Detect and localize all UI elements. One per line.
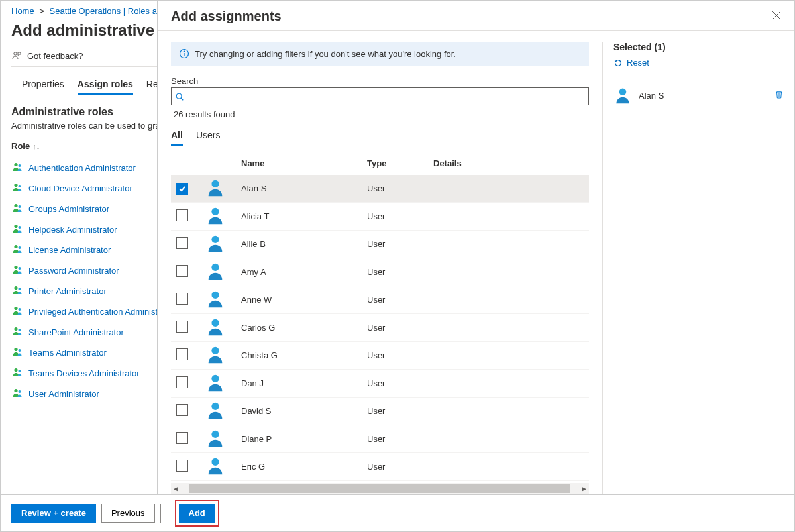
user-row[interactable]: David SUser — [171, 398, 589, 425]
user-row[interactable]: Amy AUser — [171, 258, 589, 286]
user-checkbox[interactable] — [176, 460, 188, 472]
role-link[interactable]: Teams Devices Administrator — [28, 368, 140, 378]
add-button[interactable]: Add — [179, 504, 215, 523]
user-row[interactable]: Christa GUser — [171, 342, 589, 370]
tab-assign-roles[interactable]: Assign roles — [78, 74, 133, 95]
role-link[interactable]: Privileged Authentication Administ — [28, 307, 158, 317]
svg-point-15 — [14, 307, 17, 310]
role-link[interactable]: Groups Administrator — [28, 204, 109, 214]
user-checkbox[interactable] — [176, 183, 188, 195]
user-checkbox[interactable] — [176, 432, 188, 444]
close-panel-button[interactable] — [772, 11, 781, 23]
scroll-right-icon[interactable]: ► — [580, 484, 589, 493]
svg-point-8 — [19, 226, 21, 229]
col-name-header[interactable]: Name — [241, 158, 367, 168]
col-details-header[interactable]: Details — [433, 158, 584, 168]
reset-button[interactable]: Reset — [613, 58, 784, 68]
role-link[interactable]: Cloud Device Administrator — [28, 184, 132, 193]
svg-point-12 — [19, 267, 21, 270]
user-row[interactable]: Alicia TUser — [171, 203, 589, 231]
person-icon — [205, 456, 225, 476]
svg-point-38 — [211, 403, 219, 410]
remove-selected-button[interactable] — [774, 90, 784, 101]
user-checkbox[interactable] — [176, 404, 188, 416]
user-type: User — [367, 323, 433, 333]
svg-line-29 — [181, 98, 183, 100]
svg-point-23 — [14, 389, 17, 392]
svg-point-39 — [211, 431, 219, 438]
bottom-bar: Review + create Previous Add — [1, 494, 794, 531]
panel-tab-all[interactable]: All — [171, 126, 183, 146]
role-link[interactable]: SharePoint Administrator — [28, 327, 124, 337]
user-type: User — [367, 295, 433, 305]
check-icon — [178, 185, 186, 193]
user-name: Anne W — [241, 295, 367, 305]
user-row[interactable]: Dan JUser — [171, 370, 589, 398]
svg-point-36 — [211, 347, 219, 354]
role-link[interactable]: Authentication Administrator — [28, 163, 136, 173]
user-name: Carlos G — [241, 323, 367, 333]
user-name: Allie B — [241, 239, 367, 249]
svg-point-10 — [19, 246, 21, 249]
role-link[interactable]: License Administrator — [28, 245, 111, 255]
role-link[interactable]: Helpdesk Administrator — [28, 225, 117, 235]
user-checkbox[interactable] — [176, 237, 188, 249]
user-checkbox[interactable] — [176, 321, 188, 333]
user-checkbox[interactable] — [176, 209, 188, 221]
user-row[interactable]: Diane PUser — [171, 425, 589, 453]
user-row[interactable]: Alan SUser — [171, 175, 589, 203]
search-input[interactable] — [171, 87, 589, 105]
col-type-header[interactable]: Type — [367, 158, 433, 168]
selected-item: Alan S — [613, 83, 784, 107]
role-link[interactable]: Password Administrator — [28, 266, 119, 276]
tab-properties[interactable]: Properties — [22, 74, 64, 95]
person-icon — [205, 400, 225, 420]
review-create-button[interactable]: Review + create — [11, 504, 96, 523]
close-icon — [772, 11, 781, 20]
svg-point-32 — [211, 236, 219, 243]
scroll-left-icon[interactable]: ◄ — [171, 484, 180, 493]
user-name: Diane P — [241, 434, 367, 444]
svg-point-11 — [14, 266, 17, 269]
user-row[interactable]: Allie BUser — [171, 231, 589, 258]
previous-button[interactable]: Previous — [101, 504, 155, 523]
role-icon — [11, 387, 23, 399]
user-row[interactable]: Eric GUser — [171, 453, 589, 481]
partial-button — [160, 504, 174, 523]
user-avatar — [205, 345, 241, 366]
svg-point-1 — [14, 163, 17, 166]
role-icon — [11, 161, 23, 173]
user-checkbox[interactable] — [176, 293, 188, 305]
person-icon — [205, 345, 225, 364]
user-checkbox[interactable] — [176, 376, 188, 388]
svg-point-18 — [19, 329, 21, 331]
svg-point-35 — [211, 319, 219, 327]
user-checkbox[interactable] — [176, 348, 188, 360]
person-icon — [205, 178, 225, 197]
user-checkbox[interactable] — [176, 265, 188, 277]
user-type: User — [367, 267, 433, 277]
role-link[interactable]: Printer Administrator — [28, 286, 107, 296]
role-icon — [11, 325, 23, 337]
person-icon — [205, 317, 225, 337]
role-icon — [11, 264, 23, 276]
trash-icon — [774, 90, 784, 99]
svg-point-9 — [14, 245, 17, 248]
breadcrumb-path[interactable]: Seattle Operations | Roles and — [50, 6, 167, 16]
horizontal-scrollbar[interactable]: ◄ ► — [171, 483, 589, 494]
user-avatar — [205, 261, 241, 283]
breadcrumb-home[interactable]: Home — [11, 6, 34, 16]
role-link[interactable]: Teams Administrator — [28, 348, 107, 358]
feedback-text: Got feedback? — [27, 51, 83, 61]
user-avatar — [205, 317, 241, 339]
user-row[interactable]: Carlos GUser — [171, 314, 589, 342]
svg-point-34 — [211, 292, 219, 299]
user-list-scroll[interactable]: Name Type Details Alan SUserAlicia TUser… — [171, 152, 589, 483]
role-icon — [11, 223, 23, 235]
user-name: Christa G — [241, 350, 367, 360]
person-icon — [205, 205, 225, 225]
panel-tab-users[interactable]: Users — [196, 126, 221, 146]
role-link[interactable]: User Administrator — [28, 389, 99, 399]
user-row[interactable]: Anne WUser — [171, 286, 589, 314]
svg-point-17 — [14, 327, 17, 331]
